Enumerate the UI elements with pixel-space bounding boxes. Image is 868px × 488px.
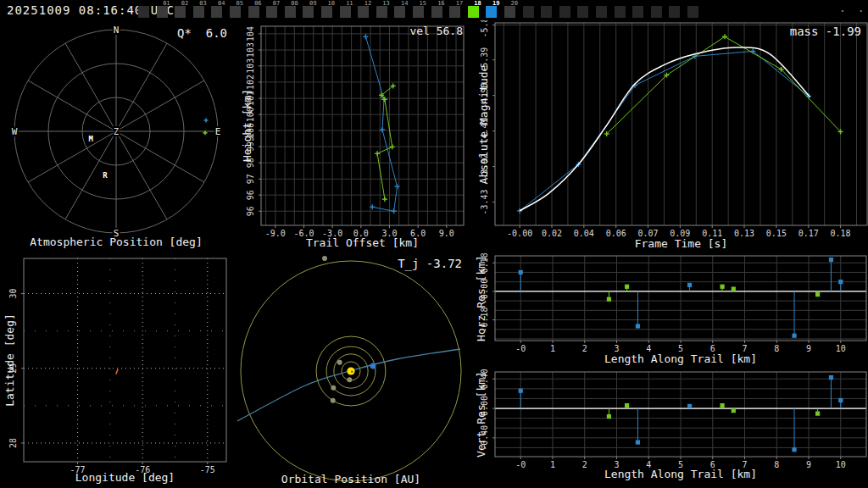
frame-thumb-image[interactable] (596, 6, 607, 18)
frame-thumb-16[interactable]: 16 (431, 0, 449, 20)
frame-strip: 0102030405060708091011121314151617181920 (0, 0, 868, 20)
frame-thumb-image[interactable] (266, 6, 277, 18)
latlon-ylabel: Latitude [deg] (4, 313, 15, 407)
site-2-horz-res (607, 285, 820, 302)
frame-thumb-20[interactable]: 20 (504, 0, 522, 20)
frame-thumb-blank[interactable] (577, 0, 595, 20)
frame-thumb-image[interactable] (559, 6, 570, 18)
frame-number: 20 (511, 0, 518, 7)
frame-thumb-image[interactable] (193, 6, 204, 18)
frame-number: 14 (401, 0, 408, 7)
frame-thumb-image[interactable] (175, 6, 186, 18)
frame-thumb-blank[interactable] (559, 0, 577, 20)
frame-thumb-11[interactable]: 11 (340, 0, 358, 20)
frame-thumb-image[interactable] (504, 6, 515, 18)
frame-thumb-10[interactable]: 10 (321, 0, 339, 20)
frame-thumb-image[interactable] (303, 6, 314, 18)
frame-thumb-03[interactable]: 03 (193, 0, 211, 20)
frame-thumb-image[interactable] (541, 6, 552, 18)
frame-thumb-image[interactable] (687, 6, 698, 18)
frame-thumb-image[interactable] (413, 6, 424, 18)
frame-thumb-15[interactable]: 15 (413, 0, 431, 20)
orbital-position-plot (237, 256, 461, 481)
frame-thumb-image[interactable] (321, 6, 332, 18)
frame-thumb-08[interactable]: 08 (285, 0, 303, 20)
magnitude-frame (495, 23, 867, 225)
frame-thumb-blank[interactable] (669, 0, 687, 20)
vert-res-grid (495, 372, 866, 457)
frame-thumb-image[interactable] (431, 6, 442, 18)
ground-track (116, 369, 118, 374)
frame-thumb-image[interactable] (340, 6, 351, 18)
frame-thumb-image[interactable] (615, 6, 626, 18)
frame-thumb-image[interactable] (248, 6, 259, 18)
frame-thumb-image[interactable] (394, 6, 405, 18)
svg-text:9: 9 (806, 344, 811, 353)
svg-text:0.06: 0.06 (606, 229, 626, 238)
frame-thumb-image[interactable] (669, 6, 680, 18)
frame-thumb-04[interactable]: 04 (211, 0, 229, 20)
frame-thumb-05[interactable]: 05 (230, 0, 248, 20)
svg-text:8: 8 (774, 344, 779, 353)
frame-thumb-06[interactable]: 06 (248, 0, 266, 20)
frame-thumb-image[interactable] (577, 6, 588, 18)
q-star-stat: Q* 6.0 (127, 27, 227, 39)
overflow-ellipsis-icon[interactable]: · · · (839, 5, 868, 16)
frame-thumb-18[interactable]: 18 (468, 0, 486, 20)
cardinal-W: W (12, 126, 18, 137)
svg-text:96: 96 (246, 190, 255, 200)
meteor-orbit-line (237, 349, 460, 421)
frame-thumb-17[interactable]: 17 (449, 0, 467, 20)
frame-number: 12 (364, 0, 371, 7)
frame-thumb-13[interactable]: 13 (376, 0, 394, 20)
frame-thumb-image[interactable] (211, 6, 222, 18)
site-1-trail (363, 34, 399, 214)
frame-thumb-blank[interactable] (687, 0, 705, 20)
frame-number: 08 (291, 0, 298, 7)
frame-thumb-image[interactable] (358, 6, 369, 18)
svg-text:102: 102 (246, 75, 255, 90)
frame-thumb-image[interactable] (285, 6, 296, 18)
frame-thumb-image[interactable] (468, 6, 479, 18)
frame-thumb-blank[interactable] (138, 0, 156, 20)
svg-text:-0.00: -0.00 (507, 229, 532, 238)
frame-thumb-image[interactable] (523, 6, 534, 18)
horz-res-grid (495, 256, 866, 341)
svg-text:104: 104 (246, 26, 255, 42)
frame-thumb-blank[interactable] (632, 0, 650, 20)
planet-dot (331, 385, 336, 391)
frame-thumb-02[interactable]: 02 (175, 0, 192, 20)
frame-thumb-image[interactable] (230, 6, 241, 18)
frame-thumb-image[interactable] (449, 6, 460, 18)
frame-thumb-blank[interactable] (651, 0, 669, 20)
annotation-R: R (103, 171, 108, 180)
latlon-xlabel: Longitude [deg] (24, 472, 226, 483)
frame-thumb-blank[interactable] (615, 0, 632, 20)
horz-res-ylabel: Horz Res [km] (476, 255, 487, 341)
frame-thumb-image[interactable] (486, 6, 497, 18)
frame-thumb-image[interactable] (651, 6, 662, 18)
svg-text:2: 2 (582, 344, 587, 353)
horz-res-xlabel: Length Along Trail [km] (495, 353, 866, 364)
frame-thumb-image[interactable] (632, 6, 643, 18)
trail-offset-frame (261, 26, 464, 225)
frame-thumb-12[interactable]: 12 (358, 0, 376, 20)
frame-thumb-image[interactable] (138, 6, 149, 18)
frame-number: 11 (346, 0, 353, 7)
frame-thumb-blank[interactable] (523, 0, 541, 20)
svg-text:0.18: 0.18 (831, 229, 851, 238)
svg-text:0.04: 0.04 (574, 229, 594, 238)
frame-number: 19 (492, 0, 499, 7)
frame-thumb-image[interactable] (376, 6, 387, 18)
frame-thumb-blank[interactable] (541, 0, 559, 20)
site-2-lightcurve (604, 34, 843, 136)
frame-thumb-14[interactable]: 14 (394, 0, 412, 20)
horz-res-plot: -0123456789100.18-0.00-0.18 (480, 252, 866, 353)
frame-thumb-07[interactable]: 07 (266, 0, 284, 20)
frame-thumb-blank[interactable] (596, 0, 614, 20)
frame-thumb-19[interactable]: 19 (486, 0, 504, 20)
frame-thumb-09[interactable]: 09 (303, 0, 320, 20)
frame-thumb-image[interactable] (157, 6, 168, 18)
lat-lon-frame (24, 258, 226, 462)
frame-thumb-01[interactable]: 01 (157, 0, 175, 20)
